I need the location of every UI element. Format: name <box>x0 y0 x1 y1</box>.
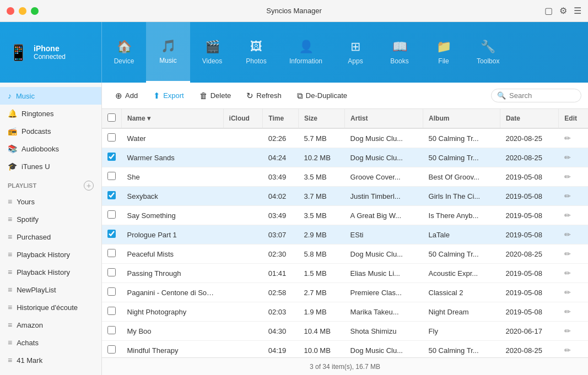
row-checkbox-cell[interactable] <box>102 244 122 264</box>
edit-icon-1[interactable]: ✏ <box>564 153 571 162</box>
audiobooks-sidebar-icon: 📚 <box>8 144 17 153</box>
row-edit-4[interactable]: ✏ <box>559 206 588 225</box>
row-edit-2[interactable]: ✏ <box>559 167 588 187</box>
nav-tab-photos[interactable]: 🖼 Photos <box>234 22 278 83</box>
row-edit-7[interactable]: ✏ <box>559 264 588 283</box>
row-checkbox-cell[interactable] <box>102 283 122 302</box>
row-checkbox-cell[interactable] <box>102 341 122 358</box>
export-button[interactable]: ⬆ Export <box>147 88 191 104</box>
edit-icon-9[interactable]: ✏ <box>564 307 571 316</box>
row-edit-3[interactable]: ✏ <box>559 187 588 206</box>
edit-icon-10[interactable]: ✏ <box>564 327 571 335</box>
row-checkbox-cell[interactable] <box>102 322 122 341</box>
row-checkbox-0[interactable] <box>107 133 116 142</box>
row-checkbox-3[interactable] <box>107 191 116 199</box>
row-checkbox-2[interactable] <box>107 172 116 180</box>
maximize-button[interactable] <box>31 7 39 15</box>
row-checkbox-11[interactable] <box>107 345 116 354</box>
row-checkbox-cell[interactable] <box>102 225 122 244</box>
nav-tab-books[interactable]: 📖 Books <box>377 22 422 83</box>
nav-tab-information[interactable]: 👤 Information <box>278 22 333 83</box>
table-row: She 03:49 3.5 MB Groove Cover... Best Of… <box>102 167 588 187</box>
sidebar-item-yours[interactable]: ≡ Yours <box>0 193 101 210</box>
sidebar-item-achats[interactable]: ≡ Achats <box>0 334 101 351</box>
edit-icon-3[interactable]: ✏ <box>564 192 571 200</box>
photos-nav-icon: 🖼 <box>250 40 262 54</box>
row-checkbox-1[interactable] <box>107 153 116 161</box>
row-checkbox-cell[interactable] <box>102 128 122 148</box>
nav-tab-toolbox[interactable]: 🔧 Toolbox <box>466 22 510 83</box>
row-icloud-3 <box>223 187 263 206</box>
search-input[interactable] <box>509 91 575 100</box>
nav-tab-file[interactable]: 📁 File <box>422 22 466 83</box>
table-row: Prologue Part 1 03:07 2.9 MB ESti LaTale… <box>102 225 588 244</box>
edit-icon-2[interactable]: ✏ <box>564 172 571 181</box>
row-checkbox-cell[interactable] <box>102 206 122 225</box>
row-edit-9[interactable]: ✏ <box>559 302 588 322</box>
add-playlist-button[interactable]: + <box>84 181 94 191</box>
sidebar-item-purchased[interactable]: ≡ Purchased <box>0 228 101 246</box>
sidebar-item-41mark[interactable]: ≡ 41 Mark <box>0 351 101 369</box>
row-time-6: 02:30 <box>263 244 299 264</box>
add-button[interactable]: ⊕ Add <box>109 88 144 104</box>
row-edit-11[interactable]: ✏ <box>559 341 588 358</box>
settings-icon[interactable]: ⚙ <box>559 6 567 16</box>
select-all-checkbox[interactable] <box>107 113 116 122</box>
nav-tab-apps[interactable]: ⊞ Apps <box>333 22 377 83</box>
row-checkbox-5[interactable] <box>107 230 116 238</box>
41mark-sidebar-icon: ≡ <box>8 356 12 365</box>
titlebar: Syncios Manager ▢ ⚙ ☰ <box>0 0 588 22</box>
row-checkbox-7[interactable] <box>107 268 116 276</box>
row-checkbox-10[interactable] <box>107 326 116 334</box>
row-edit-10[interactable]: ✏ <box>559 322 588 341</box>
sidebar-item-amazon[interactable]: ≡ Amazon <box>0 316 101 334</box>
delete-button[interactable]: 🗑 Delete <box>193 88 238 104</box>
ringtones-sidebar-icon: 🔔 <box>8 109 17 118</box>
sidebar-item-podcasts[interactable]: 📻 Podcasts <box>0 122 101 140</box>
row-checkbox-4[interactable] <box>107 210 116 219</box>
row-checkbox-cell[interactable] <box>102 167 122 187</box>
sidebar-item-historique[interactable]: ≡ Historique d'écoute <box>0 298 101 316</box>
row-edit-1[interactable]: ✏ <box>559 148 588 167</box>
sidebar-item-newplaylist[interactable]: ≡ NewPlayList <box>0 281 101 298</box>
row-edit-8[interactable]: ✏ <box>559 283 588 302</box>
row-checkbox-6[interactable] <box>107 249 116 257</box>
minimize-button[interactable] <box>19 7 26 15</box>
sidebar-item-spotify[interactable]: ≡ Spotify <box>0 210 101 228</box>
sidebar-item-audiobooks[interactable]: 📚 Audiobooks <box>0 140 101 157</box>
select-all-header[interactable] <box>102 109 122 128</box>
sidebar-item-ringtones[interactable]: 🔔 Ringtones <box>0 105 101 122</box>
deduplicate-button[interactable]: ⧉ De-Duplicate <box>290 88 354 104</box>
edit-icon-4[interactable]: ✏ <box>564 211 571 220</box>
row-size-8: 2.7 MB <box>298 283 344 302</box>
table-row: Passing Through 01:41 1.5 MB Elias Music… <box>102 264 588 283</box>
edit-icon-5[interactable]: ✏ <box>564 230 571 239</box>
menu-icon[interactable]: ☰ <box>574 6 581 16</box>
sidebar-item-itunes-u[interactable]: 🎓 iTunes U <box>0 157 101 175</box>
edit-icon-0[interactable]: ✏ <box>564 134 571 143</box>
row-album-9: Night Dream <box>423 302 500 322</box>
sidebar-item-playback-history-2[interactable]: ≡ Playback History <box>0 263 101 281</box>
row-checkbox-9[interactable] <box>107 307 116 315</box>
row-checkbox-cell[interactable] <box>102 302 122 322</box>
monitor-icon[interactable]: ▢ <box>544 6 553 16</box>
nav-tab-videos[interactable]: 🎬 Videos <box>190 22 234 83</box>
row-checkbox-8[interactable] <box>107 287 116 296</box>
sidebar-item-music[interactable]: ♪ Music <box>0 87 101 105</box>
edit-icon-6[interactable]: ✏ <box>564 249 571 258</box>
sidebar-item-playback-history-1[interactable]: ≡ Playback History <box>0 246 101 263</box>
row-edit-6[interactable]: ✏ <box>559 244 588 264</box>
row-edit-5[interactable]: ✏ <box>559 225 588 244</box>
row-checkbox-cell[interactable] <box>102 264 122 283</box>
nav-tab-device[interactable]: 🏠 Device <box>102 22 146 83</box>
row-edit-0[interactable]: ✏ <box>559 128 588 148</box>
close-button[interactable] <box>7 7 14 15</box>
edit-icon-11[interactable]: ✏ <box>564 346 571 355</box>
row-time-4: 03:49 <box>263 206 299 225</box>
row-checkbox-cell[interactable] <box>102 148 122 167</box>
edit-icon-8[interactable]: ✏ <box>564 288 571 297</box>
nav-tab-music[interactable]: 🎵 Music <box>146 22 190 83</box>
edit-icon-7[interactable]: ✏ <box>564 269 571 278</box>
refresh-button[interactable]: ↻ Refresh <box>240 88 288 104</box>
row-checkbox-cell[interactable] <box>102 187 122 206</box>
